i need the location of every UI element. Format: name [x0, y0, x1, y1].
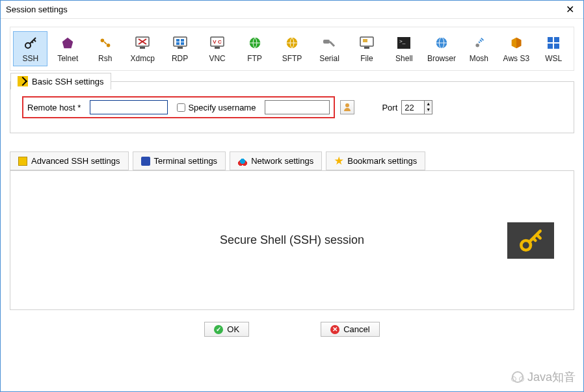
- tab-bookmark[interactable]: Bookmark settings: [326, 151, 425, 170]
- star-icon: [334, 157, 343, 166]
- tab-label: Bookmark settings: [347, 156, 417, 166]
- ok-button[interactable]: ✓ OK: [204, 322, 249, 337]
- port-down-icon[interactable]: ▼: [425, 107, 432, 112]
- watermark-text: Java知音: [527, 369, 576, 385]
- proto-ssh[interactable]: SSH: [13, 31, 47, 66]
- rdp-icon: [172, 34, 189, 51]
- svg-rect-29: [554, 37, 559, 42]
- svg-rect-20: [363, 39, 367, 42]
- cancel-label: Cancel: [343, 324, 369, 334]
- tab-label: Basic SSH settings: [32, 77, 104, 86]
- titlebar: Session settings ✕: [1, 1, 583, 19]
- network-icon: [238, 157, 247, 166]
- proto-label: FTP: [247, 54, 262, 63]
- aws-icon: [508, 34, 525, 51]
- proto-rdp[interactable]: RDP: [163, 31, 197, 66]
- user-picker-button[interactable]: [340, 100, 354, 114]
- proto-label: SFTP: [282, 54, 302, 63]
- proto-label: RDP: [172, 54, 188, 63]
- proto-label: WSL: [545, 54, 562, 63]
- port-up-icon[interactable]: ▲: [425, 101, 432, 107]
- proto-sftp[interactable]: SFTP: [274, 31, 309, 66]
- remote-host-input[interactable]: [90, 100, 168, 114]
- rsh-icon: [97, 34, 114, 51]
- proto-label: Mosh: [470, 54, 488, 63]
- proto-serial[interactable]: Serial: [312, 31, 347, 66]
- proto-label: Rsh: [98, 54, 112, 63]
- svg-point-3: [107, 44, 111, 47]
- proto-label: SSH: [22, 54, 38, 63]
- session-description-panel: Secure Shell (SSH) session: [10, 170, 574, 310]
- sftp-icon: [284, 34, 300, 51]
- ok-label: OK: [227, 324, 239, 334]
- wsl-icon: [545, 34, 562, 51]
- proto-label: Telnet: [57, 54, 78, 63]
- wechat-icon: [512, 371, 524, 383]
- remote-host-label: Remote host *: [27, 103, 81, 112]
- svg-point-0: [25, 43, 31, 48]
- key-badge-icon: [507, 222, 554, 259]
- svg-marker-1: [62, 38, 73, 49]
- svg-text:V C: V C: [213, 39, 222, 45]
- dialog-buttons: ✓ OK ✕ Cancel: [10, 322, 574, 337]
- ftp-icon: [246, 34, 263, 51]
- xdmcp-icon: [134, 34, 151, 51]
- proto-browser[interactable]: Browser: [424, 31, 458, 66]
- proto-file[interactable]: File: [349, 31, 384, 66]
- tab-advanced-ssh[interactable]: Advanced SSH settings: [10, 151, 129, 170]
- cross-icon: ✕: [330, 325, 339, 334]
- tab-network[interactable]: Network settings: [230, 151, 322, 170]
- proto-label: Shell: [395, 54, 413, 63]
- cancel-button[interactable]: ✕ Cancel: [321, 322, 379, 337]
- tab-basic-ssh[interactable]: Basic SSH settings: [10, 73, 111, 90]
- proto-mosh[interactable]: Mosh: [462, 31, 496, 66]
- tab-terminal[interactable]: Terminal settings: [133, 151, 226, 170]
- basic-ssh-panel: Basic SSH settings Remote host * Specify…: [10, 81, 574, 133]
- window-title: Session settings: [6, 5, 68, 14]
- browser-icon: [433, 34, 450, 51]
- proto-vnc[interactable]: V C VNC: [200, 31, 234, 66]
- proto-label: VNC: [209, 54, 225, 63]
- proto-label: Serial: [319, 54, 339, 63]
- proto-awss3[interactable]: Aws S3: [499, 31, 533, 66]
- svg-point-25: [476, 44, 480, 47]
- svg-point-2: [100, 39, 104, 43]
- proto-label: Browser: [427, 54, 456, 63]
- svg-rect-31: [554, 44, 559, 49]
- svg-rect-30: [548, 44, 553, 49]
- svg-rect-6: [174, 37, 187, 46]
- proto-telnet[interactable]: Telnet: [50, 31, 85, 66]
- port-label: Port: [382, 103, 397, 112]
- svg-rect-11: [181, 42, 184, 45]
- proto-ftp[interactable]: FTP: [237, 31, 272, 66]
- svg-rect-7: [178, 47, 183, 49]
- proto-label: Aws S3: [503, 54, 529, 63]
- username-input[interactable]: [265, 100, 330, 114]
- specify-username-checkbox[interactable]: Specify username: [177, 103, 256, 112]
- proto-shell[interactable]: >_ Shell: [387, 31, 421, 66]
- port-input[interactable]: [402, 101, 424, 114]
- specify-username-box[interactable]: [177, 103, 185, 112]
- session-settings-dialog: Session settings ✕ SSH Telnet Rsh Xdmcp: [0, 0, 584, 392]
- check-icon: ✓: [214, 325, 223, 334]
- svg-text:>_: >_: [399, 38, 406, 44]
- tab-label: Network settings: [251, 156, 313, 166]
- port-spinner[interactable]: ▲ ▼: [401, 100, 432, 114]
- svg-point-32: [345, 103, 349, 107]
- svg-rect-17: [323, 40, 330, 44]
- svg-marker-27: [516, 38, 521, 49]
- key-icon: [22, 34, 39, 51]
- settings-tabbar: Advanced SSH settings Terminal settings …: [10, 151, 574, 170]
- proto-rsh[interactable]: Rsh: [88, 31, 122, 66]
- shell-icon: >_: [395, 34, 412, 51]
- highlighted-fields: Remote host * Specify username: [22, 96, 335, 118]
- proto-xdmcp[interactable]: Xdmcp: [125, 31, 159, 66]
- svg-rect-5: [140, 47, 145, 49]
- telnet-icon: [59, 34, 76, 51]
- mosh-icon: [470, 34, 487, 51]
- specify-username-label: Specify username: [188, 103, 256, 112]
- serial-icon: [321, 34, 338, 51]
- svg-rect-10: [176, 42, 179, 45]
- proto-wsl[interactable]: WSL: [537, 31, 571, 66]
- close-icon[interactable]: ✕: [562, 3, 578, 16]
